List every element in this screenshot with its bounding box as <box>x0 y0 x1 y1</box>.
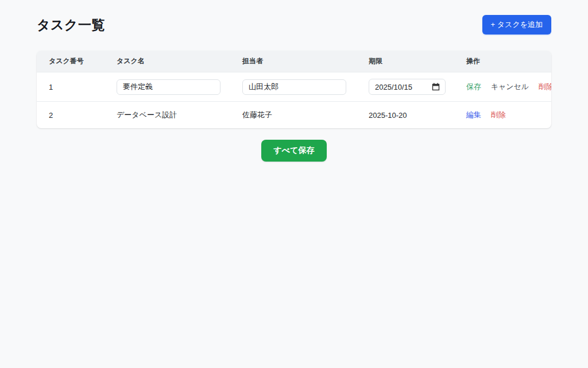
table-row-static: 2 データベース設計 佐藤花子 2025-10-20 編集 削除 <box>37 102 551 129</box>
task-number-cell: 1 <box>37 72 105 102</box>
add-task-button[interactable]: + タスクを追加 <box>482 15 551 34</box>
due-date-input[interactable]: 2025/10/15 <box>369 79 446 95</box>
calendar-icon[interactable] <box>432 83 440 91</box>
assignee-input[interactable] <box>242 79 346 95</box>
task-table: タスク番号 タスク名 担当者 期限 操作 1 <box>37 51 551 128</box>
header-due-date: 期限 <box>357 51 454 72</box>
header-task-name: タスク名 <box>105 51 230 72</box>
save-row-link[interactable]: 保存 <box>466 82 481 91</box>
page-title: タスク一覧 <box>37 16 105 34</box>
task-name-cell: データベース設計 <box>105 102 230 129</box>
task-name-input[interactable] <box>117 79 220 95</box>
save-all-container: すべて保存 <box>37 140 551 162</box>
task-list-page: タスク一覧 + タスクを追加 タスク番号 タスク名 担当者 期限 操作 1 <box>0 0 588 162</box>
due-date-cell: 2025-10-20 <box>357 102 454 129</box>
header-actions: 操作 <box>454 51 551 72</box>
delete-row-link[interactable]: 削除 <box>539 82 551 91</box>
page-header: タスク一覧 + タスクを追加 <box>37 15 551 34</box>
delete-row-link[interactable]: 削除 <box>491 110 506 119</box>
header-task-number: タスク番号 <box>37 51 105 72</box>
assignee-cell: 佐藤花子 <box>230 102 357 129</box>
edit-row-link[interactable]: 編集 <box>466 110 481 119</box>
due-date-value: 2025/10/15 <box>375 83 412 91</box>
task-number-cell: 2 <box>37 102 105 129</box>
table-header-row: タスク番号 タスク名 担当者 期限 操作 <box>37 51 551 72</box>
table-row-editing: 1 2025/10/15 <box>37 72 551 102</box>
cancel-row-link[interactable]: キャンセル <box>491 82 529 91</box>
header-assignee: 担当者 <box>230 51 357 72</box>
task-table-card: タスク番号 タスク名 担当者 期限 操作 1 <box>37 51 551 128</box>
save-all-button[interactable]: すべて保存 <box>261 140 327 162</box>
